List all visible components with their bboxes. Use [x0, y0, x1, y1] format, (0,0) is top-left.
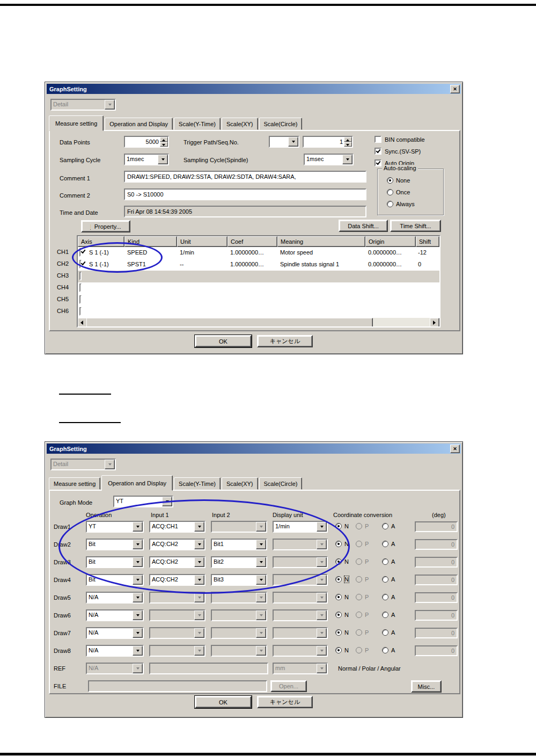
chevron-down-icon[interactable] [288, 137, 298, 147]
chevron-down-icon[interactable] [256, 540, 266, 549]
comment2-input[interactable]: S0 -> S10000 [124, 188, 366, 200]
coord-angular-radio[interactable]: A [382, 594, 395, 600]
chevron-down-icon[interactable] [256, 557, 266, 567]
spin-down-icon[interactable] [160, 142, 168, 147]
title-bar[interactable]: GraphSetting ✕ [47, 444, 461, 454]
operation-select[interactable]: N/A [86, 592, 144, 604]
chevron-down-icon[interactable] [194, 557, 204, 567]
chevron-down-icon[interactable] [133, 522, 143, 532]
chevron-down-icon[interactable] [133, 646, 143, 656]
checkbox-box[interactable] [375, 159, 381, 166]
checkbox-box[interactable] [375, 148, 381, 155]
checkbox-box[interactable] [375, 136, 381, 143]
col-unit[interactable]: Unit [177, 236, 227, 247]
operation-select[interactable]: N/A [86, 645, 144, 657]
table-row-ch2[interactable]: S 1 (-1) SPST1 -- 1.0000000… Spindle sta… [78, 259, 439, 271]
file-path-field[interactable] [88, 680, 267, 692]
chevron-down-icon[interactable] [162, 497, 172, 506]
time-shift-button[interactable]: Time Shift... [390, 220, 441, 232]
col-coef[interactable]: Coef [227, 236, 277, 247]
close-icon[interactable]: ✕ [450, 445, 460, 453]
ch6-checkbox[interactable] [79, 308, 82, 315]
chevron-down-icon[interactable] [256, 575, 266, 585]
coord-normal-radio[interactable]: N [335, 612, 349, 618]
col-axis[interactable]: Axis [78, 236, 124, 247]
title-bar[interactable]: GraphSetting ✕ [47, 84, 461, 94]
col-meaning[interactable]: Meaning [277, 236, 365, 247]
coord-normal-radio[interactable]: N [335, 629, 349, 636]
data-shift-button[interactable]: Data Shift... [339, 220, 388, 232]
cancel-button[interactable]: キャンセル [257, 696, 313, 708]
misc-button[interactable]: Misc... [411, 680, 442, 693]
graph-mode-select[interactable]: YT [113, 496, 173, 507]
coord-angular-radio[interactable]: A [382, 647, 395, 653]
ch1-checkbox[interactable] [79, 249, 82, 256]
coord-angular-radio[interactable]: A [382, 523, 395, 529]
tab-operation-and-display[interactable]: Operation and Display [105, 118, 173, 130]
tab-measure-setting[interactable]: Measure setting [49, 115, 104, 131]
tab-scale-y-time[interactable]: Scale(Y-Time) [174, 118, 221, 130]
table-row-ch4[interactable] [78, 282, 439, 294]
close-icon[interactable]: ✕ [450, 85, 460, 93]
chevron-down-icon[interactable] [133, 540, 143, 549]
chevron-down-icon[interactable] [133, 557, 143, 567]
table-row-ch1[interactable]: S 1 (-1) SPEED 1/min 1.0000000… Motor sp… [78, 247, 439, 259]
input1-select[interactable]: ACQ:CH2 [149, 556, 205, 568]
chevron-down-icon[interactable] [133, 593, 143, 602]
ch3-checkbox[interactable] [79, 273, 82, 279]
chevron-down-icon[interactable] [194, 522, 204, 532]
col-kind[interactable]: Kind [124, 236, 177, 247]
operation-select[interactable]: Bit [86, 556, 144, 568]
tab-scale-xy[interactable]: Scale(XY) [222, 118, 258, 130]
spin-up-icon[interactable] [160, 137, 168, 142]
input1-select[interactable]: ACQ:CH2 [149, 539, 205, 550]
ch2-checkbox[interactable] [79, 261, 82, 267]
ok-button[interactable]: OK [195, 335, 252, 347]
operation-select[interactable]: Bit [86, 574, 144, 586]
chevron-down-icon[interactable] [133, 628, 143, 638]
data-points-input[interactable]: 5000 [124, 136, 169, 148]
bin-compatible-checkbox[interactable]: BIN compatible [375, 136, 425, 143]
chevron-down-icon[interactable] [342, 155, 353, 164]
coord-normal-radio[interactable]: N [335, 576, 349, 583]
input2-select[interactable]: Bit2 [211, 556, 267, 568]
table-row-ch3[interactable] [78, 271, 439, 282]
autoscale-once-radio[interactable]: Once [387, 189, 410, 195]
operation-select[interactable]: YT [86, 521, 144, 533]
chevron-down-icon[interactable] [194, 540, 204, 549]
input2-select[interactable]: Bit3 [211, 574, 267, 586]
chevron-down-icon[interactable] [317, 522, 327, 532]
ok-button[interactable]: OK [195, 696, 252, 708]
scrollbar-thumb[interactable] [86, 318, 373, 328]
coord-angular-radio[interactable]: A [382, 612, 395, 618]
input1-select[interactable]: ACQ:CH2 [149, 574, 205, 586]
autoscale-none-radio[interactable]: None [387, 177, 410, 184]
coord-angular-radio[interactable]: A [382, 558, 395, 565]
table-row-ch6[interactable] [78, 306, 439, 318]
coord-angular-radio[interactable]: A [382, 629, 395, 636]
col-shift[interactable]: Shift [416, 236, 439, 247]
comment1-input[interactable]: DRAW1:SPEED, DRAW2:SSTA, DRAW2:SDTA, DRA… [124, 171, 366, 183]
coord-normal-radio[interactable]: N [335, 523, 349, 529]
chevron-down-icon[interactable] [194, 575, 204, 585]
coord-normal-radio[interactable]: N [335, 647, 349, 653]
property-button[interactable]: PProperty... [81, 220, 130, 232]
table-row-ch5[interactable] [78, 294, 439, 306]
display-unit-select[interactable]: 1/min [273, 521, 328, 533]
input1-select[interactable]: ACQ:CH1 [149, 521, 205, 533]
ch4-checkbox[interactable] [79, 285, 82, 291]
operation-select[interactable]: N/A [86, 609, 144, 621]
ch5-checkbox[interactable] [79, 296, 82, 303]
tab-scale-xy[interactable]: Scale(XY) [222, 477, 258, 490]
chevron-down-icon[interactable] [133, 610, 143, 620]
coord-normal-radio[interactable]: N [335, 558, 349, 565]
tab-measure-setting[interactable]: Measure setting [49, 477, 100, 490]
tab-scale-circle[interactable]: Scale(Circle) [259, 477, 303, 490]
operation-select[interactable]: Bit [86, 539, 144, 550]
sync-sv-sp-checkbox[interactable]: Sync.(SV-SP) [375, 148, 421, 155]
operation-select[interactable]: N/A [86, 627, 144, 639]
coord-angular-radio[interactable]: A [382, 541, 395, 547]
sampling-cycle-select[interactable]: 1msec [124, 154, 169, 165]
cancel-button[interactable]: キャンセル [257, 335, 313, 347]
spin-down-icon[interactable] [344, 142, 352, 147]
